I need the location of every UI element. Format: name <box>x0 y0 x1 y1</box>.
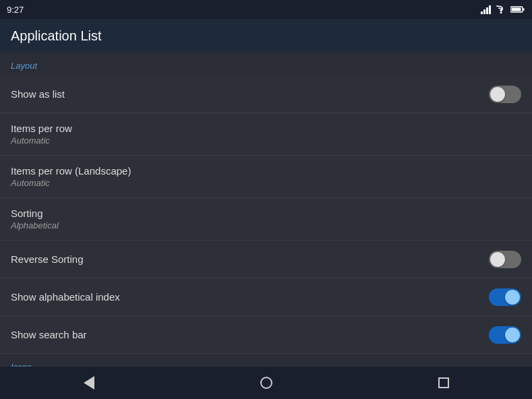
label-show-as-list: Show as list <box>11 88 65 100</box>
label-show-alphabetical-index: Show alphabetical index <box>11 291 120 303</box>
page-title: Application List <box>11 28 102 44</box>
toggle-reverse-sorting[interactable] <box>489 251 521 268</box>
settings-item-show-search-bar[interactable]: Show search bar <box>0 316 532 354</box>
settings-content: LayoutShow as listItems per rowAutomatic… <box>0 53 532 367</box>
subtitle-items-per-row-landscape: Automatic <box>11 178 131 188</box>
toggle-thumb-show-alphabetical-index <box>505 290 520 305</box>
subtitle-items-per-row: Automatic <box>11 135 72 146</box>
toggle-thumb-reverse-sorting <box>490 252 505 267</box>
toggle-show-as-list[interactable] <box>489 86 521 103</box>
toggle-show-search-bar[interactable] <box>489 326 521 344</box>
settings-item-show-as-list[interactable]: Show as list <box>0 75 532 113</box>
svg-rect-2 <box>486 7 488 14</box>
section-label-icons: Icons <box>11 362 32 367</box>
settings-item-items-per-row[interactable]: Items per rowAutomatic <box>0 113 532 156</box>
back-button[interactable] <box>69 369 109 396</box>
svg-point-4 <box>500 12 502 14</box>
section-header-layout: Layout <box>0 53 532 75</box>
label-reverse-sorting: Reverse Sorting <box>11 253 84 265</box>
signal-icon <box>481 5 492 14</box>
wifi-icon <box>496 5 506 13</box>
app-header: Application List <box>0 19 532 53</box>
section-label-layout: Layout <box>11 61 37 71</box>
section-header-icons: Icons <box>0 354 532 367</box>
toggle-show-alphabetical-index[interactable] <box>489 288 521 306</box>
recents-icon <box>438 377 449 388</box>
settings-item-reverse-sorting[interactable]: Reverse Sorting <box>0 241 532 278</box>
home-icon <box>260 377 272 389</box>
label-items-per-row-landscape: Items per row (Landscape) <box>11 165 131 177</box>
recents-button[interactable] <box>423 369 464 396</box>
settings-item-show-alphabetical-index[interactable]: Show alphabetical index <box>0 278 532 316</box>
toggle-thumb-show-search-bar <box>505 328 520 342</box>
svg-rect-7 <box>512 8 521 11</box>
settings-item-items-per-row-landscape[interactable]: Items per row (Landscape)Automatic <box>0 156 532 198</box>
battery-icon <box>510 5 525 13</box>
subtitle-sorting: Alphabetical <box>11 220 59 231</box>
home-button[interactable] <box>246 369 287 396</box>
svg-rect-0 <box>481 11 483 14</box>
svg-rect-6 <box>523 8 525 11</box>
back-icon <box>84 376 94 390</box>
label-items-per-row: Items per row <box>11 123 72 134</box>
toggle-thumb-show-as-list <box>490 87 505 102</box>
bottom-navigation <box>0 367 532 399</box>
label-show-search-bar: Show search bar <box>11 329 87 340</box>
status-bar: 9:27 <box>0 0 532 19</box>
settings-item-sorting[interactable]: SortingAlphabetical <box>0 198 532 241</box>
svg-rect-3 <box>489 5 491 14</box>
status-time: 9:27 <box>7 5 24 15</box>
status-icons <box>481 5 525 14</box>
svg-rect-1 <box>483 9 485 14</box>
label-sorting: Sorting <box>11 208 59 219</box>
